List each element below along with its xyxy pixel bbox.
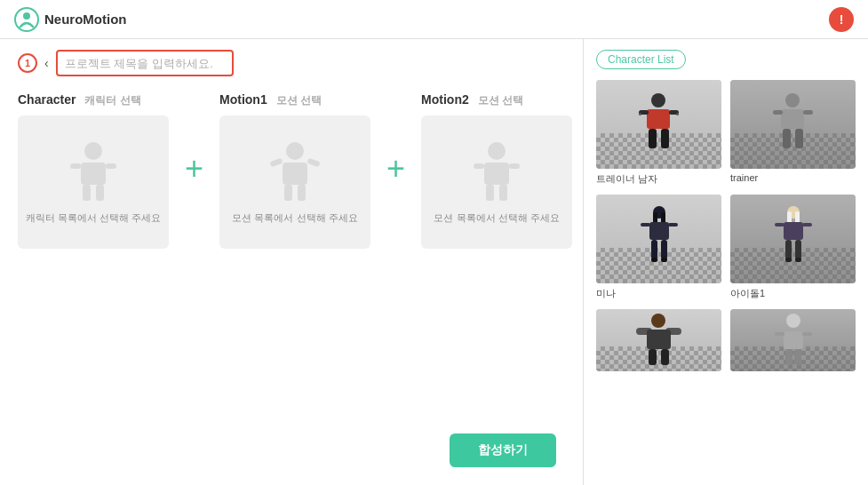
compose-button[interactable]: 합성하기 <box>450 433 556 467</box>
svg-rect-13 <box>298 185 306 201</box>
motion2-placeholder-box[interactable]: 모션 목록에서 선택해 주세요 <box>421 115 572 249</box>
logo-icon <box>14 7 39 32</box>
svg-point-20 <box>651 93 665 107</box>
char-svg-5 <box>634 312 683 370</box>
svg-point-54 <box>651 314 665 328</box>
svg-rect-25 <box>661 129 669 148</box>
char-thumb-3 <box>596 195 721 283</box>
svg-rect-17 <box>509 163 520 169</box>
topbar-right: ! <box>829 7 854 32</box>
svg-rect-57 <box>647 330 671 349</box>
svg-rect-49 <box>802 223 812 227</box>
logo-text: NeuroMotion <box>44 12 126 27</box>
svg-rect-24 <box>649 129 657 148</box>
svg-rect-65 <box>794 349 801 365</box>
char-thumb-bg-3 <box>596 195 721 283</box>
svg-point-28 <box>785 93 800 107</box>
svg-rect-63 <box>802 332 812 336</box>
plus-icon-1: + <box>169 150 219 187</box>
character-item-5[interactable] <box>596 309 721 371</box>
svg-rect-39 <box>668 223 678 227</box>
search-input-wrapper <box>56 50 234 76</box>
svg-rect-48 <box>775 223 784 227</box>
svg-rect-15 <box>484 163 509 185</box>
character-item-4[interactable]: 아이돌1 <box>730 195 856 300</box>
motion2-section-title: Motion2 모션 선택 <box>421 92 523 108</box>
svg-rect-32 <box>783 129 791 148</box>
motion1-placeholder-icon <box>268 140 322 203</box>
character-placeholder-icon <box>67 140 120 203</box>
step-circle: 1 <box>18 53 37 73</box>
motion2-section: Motion2 모션 선택 모션 목록에서 선택해 주세요 <box>421 92 572 249</box>
char-thumb-4 <box>730 195 856 283</box>
svg-rect-59 <box>661 349 669 365</box>
char-svg-2 <box>768 91 817 158</box>
motion1-placeholder-box[interactable]: 모션 목록에서 선택해 주세요 <box>219 115 370 249</box>
character-item-1[interactable]: 트레이너 남자 <box>596 80 721 186</box>
svg-rect-29 <box>781 109 804 129</box>
svg-rect-40 <box>651 240 657 259</box>
char-thumb-bg-2 <box>730 80 856 169</box>
back-arrow-icon[interactable]: ‹ <box>44 56 49 70</box>
svg-rect-47 <box>784 222 803 240</box>
char-thumb-bg-5 <box>596 309 721 371</box>
motion2-placeholder-text: 모션 목록에서 선택해 주세요 <box>434 211 559 225</box>
svg-rect-11 <box>307 157 320 166</box>
logo-area: NeuroMotion <box>14 7 126 32</box>
svg-rect-33 <box>795 129 803 148</box>
motion1-section-title: Motion1 모션 선택 <box>219 92 322 108</box>
left-inner: 1 ‹ Character 캐릭터 선택 <box>18 50 565 467</box>
svg-rect-53 <box>795 258 801 262</box>
motion2-placeholder-icon <box>470 140 523 203</box>
character-item-2[interactable]: trainer <box>730 80 856 186</box>
svg-rect-58 <box>649 349 657 365</box>
character-item-6[interactable] <box>730 309 856 371</box>
svg-rect-64 <box>785 349 792 365</box>
character-item-3[interactable]: 미나 <box>596 195 721 300</box>
svg-rect-26 <box>639 113 641 115</box>
plus-icon-2: + <box>370 150 421 187</box>
svg-rect-31 <box>803 110 813 115</box>
character-placeholder-text: 캐릭터 목록에서 선택해 주세요 <box>26 211 161 225</box>
right-panel: Character List <box>584 39 868 485</box>
char-svg-3 <box>637 204 681 274</box>
svg-rect-27 <box>676 113 679 115</box>
svg-rect-5 <box>106 163 116 169</box>
char-svg-1 <box>634 91 683 158</box>
motion1-placeholder-text: 모션 목록에서 선택해 주세요 <box>232 211 357 225</box>
char-thumb-bg-4 <box>730 195 856 283</box>
motion-sections: Character 캐릭터 선택 캐릭터 목록에서 선택해 주세요 <box>18 92 565 419</box>
svg-point-8 <box>286 142 304 160</box>
svg-rect-30 <box>773 110 783 115</box>
char-thumb-6 <box>730 309 856 371</box>
svg-rect-18 <box>486 185 494 201</box>
main-content: 1 ‹ Character 캐릭터 선택 <box>0 39 868 485</box>
char-svg-6 <box>771 312 816 370</box>
svg-rect-12 <box>284 185 292 201</box>
char-thumb-bg-6 <box>730 309 856 371</box>
svg-rect-42 <box>651 258 657 262</box>
topbar: NeuroMotion ! <box>0 0 868 39</box>
char-name-2: trainer <box>730 172 856 183</box>
char-thumb-5 <box>596 309 721 371</box>
svg-point-1 <box>23 12 30 20</box>
svg-rect-38 <box>641 223 650 227</box>
project-title-input[interactable] <box>65 57 225 70</box>
svg-rect-62 <box>775 332 784 336</box>
char-name-3: 미나 <box>596 287 721 300</box>
alert-button[interactable]: ! <box>829 7 854 32</box>
character-section-title: Character 캐릭터 선택 <box>18 92 141 108</box>
svg-rect-50 <box>785 240 792 259</box>
character-section: Character 캐릭터 선택 캐릭터 목록에서 선택해 주세요 <box>18 92 169 249</box>
character-list-label: Character List <box>596 50 686 69</box>
compose-btn-row: 합성하기 <box>18 433 565 467</box>
char-thumb-bg-1 <box>596 80 721 169</box>
svg-rect-3 <box>81 163 106 185</box>
character-grid: 트레이너 남자 <box>596 80 856 371</box>
char-svg-4 <box>771 204 816 274</box>
character-placeholder-box[interactable]: 캐릭터 목록에서 선택해 주세요 <box>18 115 169 249</box>
svg-rect-37 <box>649 222 669 240</box>
svg-rect-10 <box>269 157 283 166</box>
svg-rect-51 <box>795 240 801 259</box>
svg-point-2 <box>84 142 102 160</box>
